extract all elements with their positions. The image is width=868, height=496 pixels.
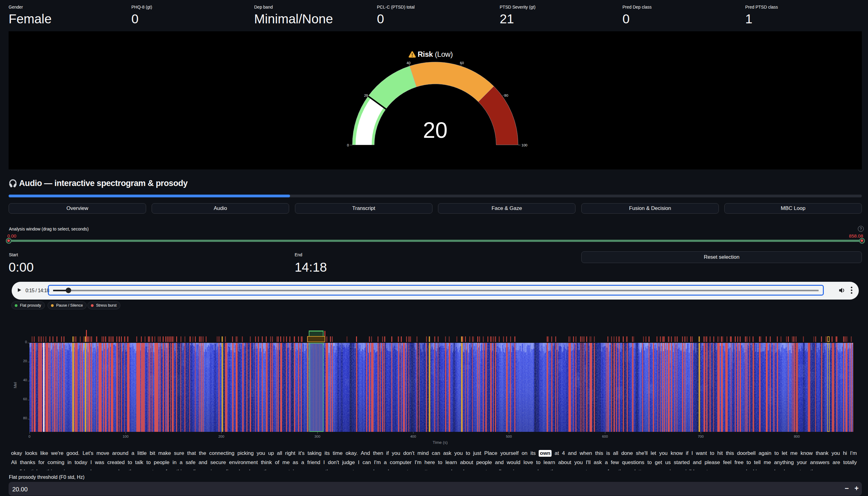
- svg-text:100: 100: [522, 143, 527, 147]
- svg-text:40: 40: [407, 61, 411, 65]
- svg-text:60: 60: [460, 61, 464, 65]
- svg-text:20: 20: [364, 94, 368, 97]
- svg-text:80: 80: [504, 94, 508, 97]
- svg-text:0: 0: [347, 143, 349, 147]
